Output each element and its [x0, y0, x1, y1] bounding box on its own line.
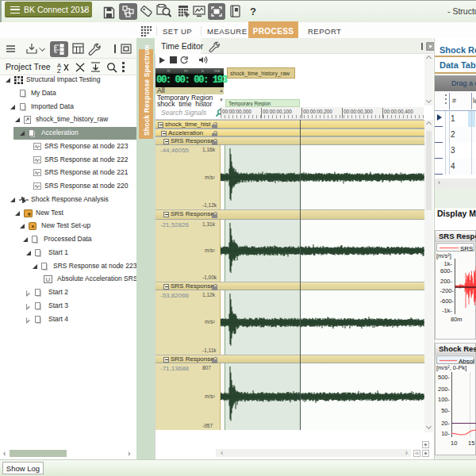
svg-text:SRS R: SRS R [460, 245, 475, 252]
svg-text:Z: Z [57, 67, 61, 73]
